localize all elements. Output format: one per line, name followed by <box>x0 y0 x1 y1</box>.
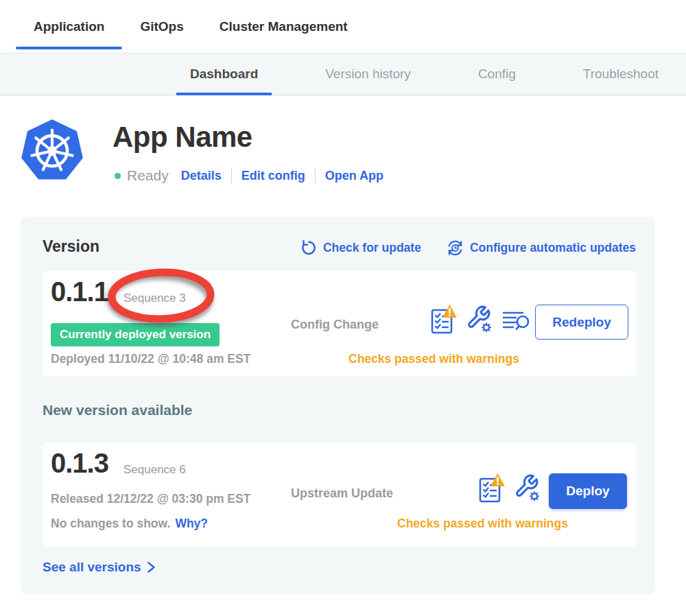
currently-deployed-badge: Currently deployed version <box>51 323 220 346</box>
version-card: Version Check for update Configur <box>21 217 655 594</box>
clock-refresh-icon <box>446 239 464 257</box>
released-timestamp: Released 12/12/22 @ 03:30 pm EST <box>51 492 250 506</box>
view-diff-icon[interactable] <box>502 310 531 335</box>
edit-config-link[interactable]: Edit config <box>241 169 305 183</box>
configure-automatic-updates-link[interactable]: Configure automatic updates <box>446 239 636 257</box>
new-version-number: 0.1.3 <box>51 448 108 479</box>
deploy-button[interactable]: Deploy <box>549 473 627 509</box>
kubernetes-logo <box>21 118 84 184</box>
wrench-gear-icon[interactable] <box>514 473 541 505</box>
tab-config[interactable]: Config <box>464 54 530 95</box>
preflight-checks-status: Checks passed with warnings <box>348 352 519 366</box>
open-app-link[interactable]: Open App <box>325 169 383 183</box>
status-badge: Ready <box>127 167 169 184</box>
top-tab-cluster-management[interactable]: Cluster Management <box>202 0 366 53</box>
details-link[interactable]: Details <box>181 169 222 183</box>
deployed-timestamp: Deployed 11/10/22 @ 10:48 am EST <box>51 352 250 366</box>
chevron-right-icon <box>147 561 156 573</box>
tab-dashboard[interactable]: Dashboard <box>176 54 272 95</box>
app-status-row: Ready Details Edit config Open App <box>115 166 383 185</box>
check-for-update-link[interactable]: Check for update <box>300 239 421 257</box>
see-all-versions-label: See all versions <box>43 560 141 575</box>
no-changes-row: No changes to show. Why? <box>51 517 208 531</box>
configure-automatic-updates-label: Configure automatic updates <box>470 241 636 255</box>
divider <box>231 168 232 183</box>
current-version-actions <box>429 305 531 337</box>
tab-troubleshoot[interactable]: Troubleshoot <box>569 54 672 95</box>
top-nav: Application GitOps Cluster Management <box>0 0 686 53</box>
divider <box>315 168 316 183</box>
sub-nav: Dashboard Version history Config Trouble… <box>0 53 686 95</box>
current-version-row: 0.1.1 Sequence 3 Currently deployed vers… <box>43 271 637 376</box>
new-version-sequence: Sequence 6 <box>123 463 186 477</box>
top-tab-application[interactable]: Application <box>16 0 122 53</box>
new-version-source-label: Upstream Update <box>291 486 393 501</box>
current-version-number: 0.1.1 <box>51 276 108 307</box>
version-heading: Version <box>43 237 99 256</box>
ready-status-dot-icon <box>115 173 121 179</box>
new-version-actions <box>477 473 541 506</box>
wrench-gear-icon[interactable] <box>466 305 493 336</box>
refresh-icon <box>300 239 318 257</box>
preflight-checklist-icon[interactable] <box>429 305 457 337</box>
new-version-available-heading: New version available <box>43 402 192 418</box>
no-changes-text: No changes to show. <box>51 517 170 531</box>
tab-version-history[interactable]: Version history <box>311 54 425 95</box>
warning-triangle-icon <box>442 305 457 318</box>
why-link[interactable]: Why? <box>175 517 208 531</box>
update-actions: Check for update Configure automatic upd… <box>300 239 636 257</box>
see-all-versions-link[interactable]: See all versions <box>43 560 156 575</box>
preflight-checklist-icon[interactable] <box>477 473 505 506</box>
new-version-row: 0.1.3 Sequence 6 Released 12/12/22 @ 03:… <box>43 442 637 547</box>
current-version-sequence: Sequence 3 <box>123 292 186 305</box>
warning-triangle-icon <box>490 473 505 486</box>
version-source-label: Config Change <box>291 318 379 332</box>
check-for-update-label: Check for update <box>323 241 421 255</box>
page-title: App Name <box>113 121 252 154</box>
redeploy-button[interactable]: Redeploy <box>535 305 628 340</box>
top-tab-gitops[interactable]: GitOps <box>122 0 201 53</box>
app-window: Application GitOps Cluster Management Da… <box>0 0 686 616</box>
preflight-checks-status: Checks passed with warnings <box>397 517 568 531</box>
